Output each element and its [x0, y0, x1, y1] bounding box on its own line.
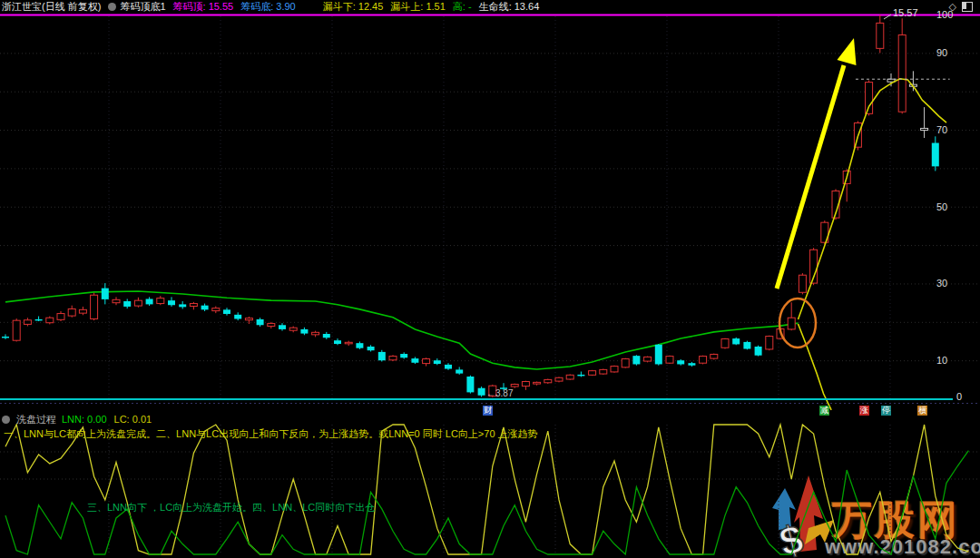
candle-body — [345, 342, 352, 344]
candle-body — [2, 337, 9, 338]
candle-body — [146, 299, 153, 304]
signal-line-down — [799, 324, 832, 410]
candle-body — [555, 377, 563, 381]
field-funnel-down: 漏斗下: 12.45 — [323, 0, 384, 14]
candle-body — [577, 375, 584, 377]
candle-body — [677, 360, 684, 364]
event-badge[interactable]: 涨 — [859, 406, 869, 416]
candle-body — [921, 128, 928, 130]
candle-body — [445, 365, 452, 369]
candle-body — [688, 363, 695, 366]
field-chip-top: 筹码顶: 15.55 — [173, 0, 234, 14]
candle-body — [257, 319, 264, 325]
candle-body — [632, 356, 640, 364]
field-chip-bottom: 筹码底: 3.90 — [240, 0, 296, 14]
field-life-line: 生命线: 13.64 — [479, 0, 540, 14]
candle-body — [700, 357, 707, 364]
candle-body — [289, 328, 297, 330]
candle-body — [423, 359, 430, 364]
candle-body — [245, 318, 252, 320]
candle-body — [932, 143, 939, 167]
candle-body — [434, 360, 441, 364]
candle-body — [234, 315, 241, 319]
candle-body — [466, 377, 474, 392]
candle-body — [201, 306, 209, 310]
chart-window: $ 万股网 www.201082.com 浙江世宝(日线 前复权) 筹码顶底1 … — [0, 0, 980, 558]
trend-arrow-head — [838, 38, 857, 65]
indicator-selector[interactable]: 筹码顶底1 — [120, 0, 165, 14]
candle-body — [411, 358, 418, 363]
candle-body — [534, 382, 541, 384]
candle-body — [788, 318, 795, 329]
candle-body — [766, 337, 773, 349]
field-funnel-up: 漏斗上: 1.51 — [390, 0, 446, 14]
indicator-collapse-icon[interactable] — [108, 3, 116, 11]
candle-body — [544, 379, 552, 382]
sub-indicator-name[interactable]: 洗盘过程 — [16, 413, 56, 426]
sub-indicator-header: 洗盘过程 LNN: 0.00 LC: 0.01 — [2, 414, 152, 425]
candle-body — [312, 332, 319, 335]
candle-body — [35, 319, 43, 321]
candle-body — [478, 388, 485, 396]
candle-body — [91, 295, 98, 318]
candle-body — [799, 275, 806, 292]
candle-body — [300, 329, 308, 334]
candle-body — [511, 384, 518, 387]
candle-body — [566, 375, 573, 379]
lnn-value: LNN: 0.00 — [62, 414, 107, 425]
candle-body — [157, 299, 164, 304]
candle-body — [655, 345, 662, 365]
candle-body — [456, 369, 463, 373]
candle-body — [600, 369, 607, 374]
axis-label-zero: 0 — [956, 391, 962, 402]
candle-body — [877, 23, 884, 48]
candle-body — [179, 304, 186, 307]
axis-label: 30 — [936, 278, 947, 289]
candle-body — [368, 347, 375, 350]
field-high: 高: - — [453, 0, 472, 14]
axis-label: 90 — [936, 47, 947, 58]
candle-body — [68, 308, 75, 316]
formula-note-1: 一、LNN与LC都向上为洗盘完成。二、LNN与LC出现向上和向下反向，为上涨趋势… — [4, 427, 538, 441]
event-badge[interactable]: 停 — [881, 406, 891, 416]
candle-body — [389, 357, 397, 360]
candle-body — [24, 320, 31, 325]
axis-label: 50 — [936, 201, 947, 212]
chart-canvas[interactable] — [0, 0, 980, 558]
candle-body — [223, 309, 230, 314]
lc-value: LC: 0.01 — [114, 414, 152, 425]
candle-body — [522, 382, 529, 387]
split-window-icon[interactable] — [962, 2, 973, 12]
event-badge[interactable]: 减 — [819, 406, 829, 416]
low-price-label: ←3.87 — [486, 388, 513, 398]
candle-body — [323, 334, 330, 338]
candle-body — [710, 354, 718, 358]
sub-series-lnn — [5, 425, 968, 554]
candle-body — [743, 342, 750, 349]
axis-label: 70 — [936, 124, 947, 135]
candle-body — [102, 289, 109, 299]
sub-collapse-icon[interactable] — [2, 416, 10, 424]
window-icons: ◇ — [949, 2, 973, 12]
candle-body — [378, 352, 386, 360]
candle-body — [268, 324, 275, 327]
candle-body — [622, 359, 629, 367]
candle-body — [334, 340, 341, 344]
candle-body — [168, 300, 175, 305]
diamond-icon[interactable]: ◇ — [949, 2, 956, 12]
candle-body — [721, 339, 729, 348]
candle-body — [113, 299, 120, 302]
candle-body — [732, 338, 740, 344]
candle-body — [898, 35, 906, 113]
candle-body — [57, 314, 64, 320]
event-badge[interactable]: 横 — [917, 406, 927, 416]
candle-body — [611, 367, 618, 372]
candle-body — [666, 357, 673, 364]
axis-label: 10 — [936, 355, 947, 366]
candle-body — [212, 308, 220, 311]
candle-body — [13, 320, 20, 340]
candle-body — [866, 83, 873, 114]
event-badge[interactable]: 财 — [483, 406, 493, 416]
candle-body — [123, 301, 131, 307]
stock-title: 浙江世宝(日线 前复权) — [2, 0, 101, 14]
